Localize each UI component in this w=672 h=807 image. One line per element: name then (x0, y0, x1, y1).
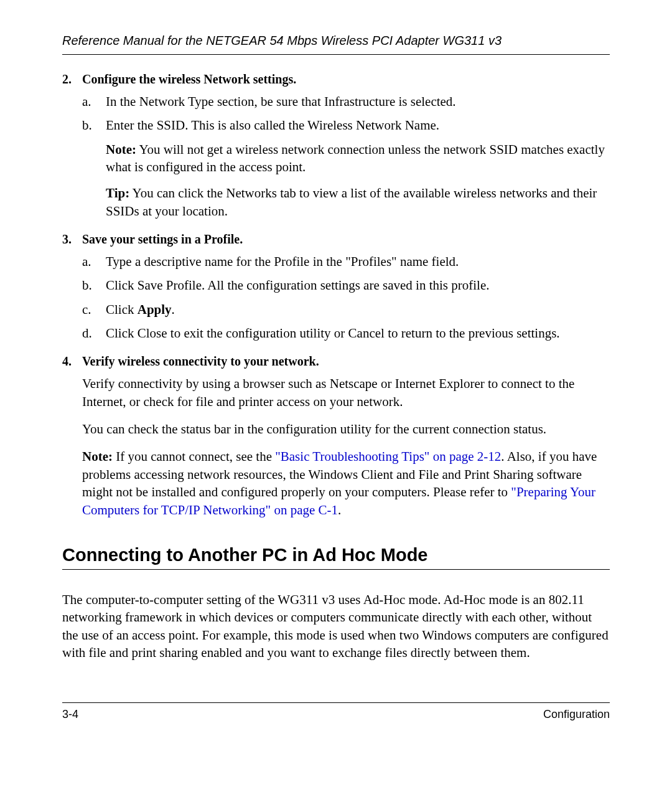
step-3: 3. Save your settings in a Profile. a. T… (62, 232, 610, 342)
apply-label: Apply (138, 302, 172, 317)
step-3c: c. Click Apply. (82, 301, 610, 318)
tip-label: Tip: (106, 186, 129, 201)
sub-text: Click Save Profile. All the configuratio… (106, 276, 610, 294)
step-2b: b. Enter the SSID. This is also called t… (82, 116, 610, 134)
sub-letter: b. (82, 276, 106, 294)
sub-text: Enter the SSID. This is also called the … (106, 116, 610, 134)
step-4: 4. Verify wireless connectivity to your … (62, 354, 610, 518)
footer-label: Configuration (543, 708, 610, 721)
section-heading: Connecting to Another PC in Ad Hoc Mode (62, 545, 610, 570)
text-part: Profile in the "Profiles" name field. (274, 254, 459, 269)
text-part: . (172, 302, 175, 317)
sub-letter: d. (82, 324, 106, 342)
step-3d: d. Click Close to exit the configuration… (82, 324, 610, 342)
section-body: The computer-to-computer setting of the … (62, 591, 610, 661)
sub-text: Click Close to exit the configuration ut… (106, 324, 610, 342)
sub-letter: a. (82, 253, 106, 270)
step-3a: a. Type a descriptive name for the Profi… (82, 253, 610, 270)
page-header: Reference Manual for the NETGEAR 54 Mbps… (62, 34, 610, 55)
step-number: 2. (62, 72, 82, 87)
note-text: You will not get a wireless network conn… (106, 142, 605, 174)
cross-reference-link[interactable]: "Basic Troubleshooting Tips" on page 2-1… (275, 449, 501, 464)
step-title: Verify wireless connectivity to your net… (82, 354, 319, 369)
sub-letter: b. (82, 116, 106, 134)
sub-letter: a. (82, 93, 106, 110)
note-paragraph: Note: You will not get a wireless networ… (106, 141, 610, 176)
sub-letter: c. (82, 301, 106, 318)
sub-text: Type a descriptive name for the Profile … (106, 253, 610, 270)
text-part: Type a descriptive name for the (106, 254, 274, 269)
sub-text: Click Apply. (106, 301, 610, 318)
step-3b: b. Click Save Profile. All the configura… (82, 276, 610, 294)
step-title: Save your settings in a Profile. (82, 232, 243, 247)
step-2: 2. Configure the wireless Network settin… (62, 72, 610, 220)
note-label: Note: (106, 142, 136, 157)
paragraph: Verify connectivity by using a browser s… (82, 375, 610, 410)
tip-paragraph: Tip: You can click the Networks tab to v… (106, 184, 610, 220)
text-part: Click (106, 302, 138, 317)
step-title: Configure the wireless Network settings. (82, 72, 296, 87)
paragraph: You can check the status bar in the conf… (82, 420, 610, 438)
sub-text: In the Network Type section, be sure tha… (106, 93, 610, 110)
tip-text: You can click the Networks tab to view a… (106, 186, 597, 218)
steps-list: 2. Configure the wireless Network settin… (62, 72, 610, 519)
note-paragraph: Note: If you cannot connect, see the "Ba… (82, 448, 610, 518)
note-label: Note: (82, 449, 113, 464)
text-part: If you cannot connect, see the (113, 449, 275, 464)
page-footer: 3-4 Configuration (62, 702, 610, 721)
text-part: . (338, 503, 341, 517)
page-number: 3-4 (62, 708, 78, 721)
step-2a: a. In the Network Type section, be sure … (82, 93, 610, 110)
step-number: 3. (62, 232, 82, 247)
step-number: 4. (62, 354, 82, 369)
